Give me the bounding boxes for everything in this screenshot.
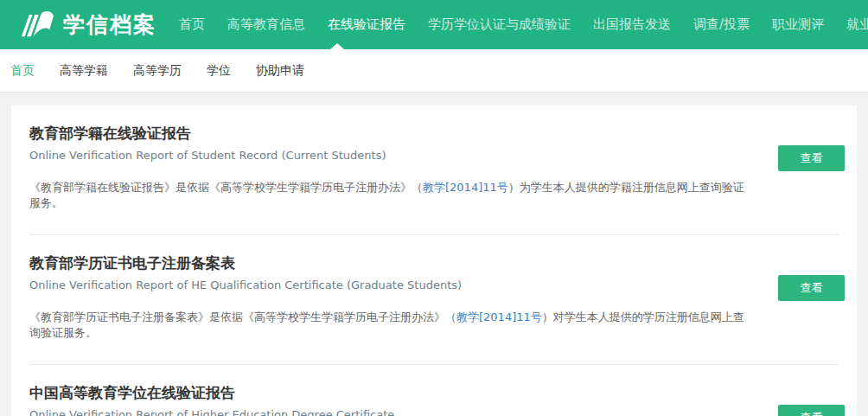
report-subtitle-en: Online Verification Report of Higher Edu… [29, 408, 753, 416]
nav-item-employment[interactable]: 就业 [846, 16, 868, 33]
nav-item-career-test[interactable]: 职业测评 [772, 16, 824, 33]
active-tab-indicator [330, 43, 344, 49]
view-button[interactable]: 查看 [778, 405, 845, 416]
view-button[interactable]: 查看 [778, 275, 845, 301]
top-header: 学信档案 首页 高等教育信息 在线验证报告 学历学位认证与成绩验证 出国报告发送… [0, 0, 868, 49]
view-button[interactable]: 查看 [778, 145, 845, 171]
subnav-item-home[interactable]: 首页 [10, 63, 35, 79]
nav-item-higher-edu-info[interactable]: 高等教育信息 [227, 16, 305, 33]
subnav-item-degree[interactable]: 学位 [207, 63, 231, 79]
doc-link[interactable]: 教学[2014]11号 [456, 310, 542, 323]
report-title: 教育部学历证书电子注册备案表 [29, 253, 753, 273]
desc-text: 《教育部学籍在线验证报告》是依据《高等学校学生学籍学历电子注册办法》（ [29, 181, 423, 194]
nav-item-overseas-report[interactable]: 出国报告发送 [593, 16, 671, 33]
nav-item-survey-vote[interactable]: 调查/投票 [693, 16, 750, 33]
main-nav: 首页 高等教育信息 在线验证报告 学历学位认证与成绩验证 出国报告发送 调查/投… [179, 16, 868, 33]
sub-nav: 首页 高等学籍 高等学历 学位 协助申请 [0, 49, 868, 93]
subnav-item-student-record[interactable]: 高等学籍 [60, 63, 108, 79]
subnav-item-assist-apply[interactable]: 协助申请 [256, 63, 304, 79]
nav-item-online-verification[interactable]: 在线验证报告 [328, 16, 405, 33]
report-subtitle-en: Online Verification Report of Student Re… [29, 149, 753, 163]
report-title: 中国高等教育学位在线验证报告 [29, 383, 753, 403]
site-logo[interactable]: 学信档案 [17, 8, 156, 42]
report-subtitle-en: Online Verification Report of HE Qualifi… [29, 278, 753, 293]
subnav-item-qualification[interactable]: 高等学历 [133, 63, 182, 79]
logo-text: 学信档案 [63, 14, 156, 35]
report-description: 《教育部学籍在线验证报告》是依据《高等学校学生学籍学历电子注册办法》（教学[20… [29, 180, 753, 234]
nav-item-home[interactable]: 首页 [179, 16, 205, 33]
report-section-student-record: 教育部学籍在线验证报告 Online Verification Report o… [11, 106, 857, 234]
report-description: 《教育部学历证书电子注册备案表》是依据《高等学校学生学籍学历电子注册办法》（教学… [29, 310, 753, 364]
report-section-degree-certificate: 中国高等教育学位在线验证报告 Online Verification Repor… [11, 365, 857, 416]
logo-book-icon [17, 8, 55, 42]
report-title: 教育部学籍在线验证报告 [29, 124, 753, 144]
doc-link[interactable]: 教学[2014]11号 [423, 181, 508, 194]
desc-text: 《教育部学历证书电子注册备案表》是依据《高等学校学生学籍学历电子注册办法》（ [29, 310, 456, 323]
reports-card: 教育部学籍在线验证报告 Online Verification Report o… [11, 106, 857, 416]
content-area: 教育部学籍在线验证报告 Online Verification Report o… [0, 93, 868, 416]
report-section-qualification-certificate: 教育部学历证书电子注册备案表 Online Verification Repor… [11, 235, 857, 364]
nav-item-degree-grade-verification[interactable]: 学历学位认证与成绩验证 [428, 16, 571, 33]
